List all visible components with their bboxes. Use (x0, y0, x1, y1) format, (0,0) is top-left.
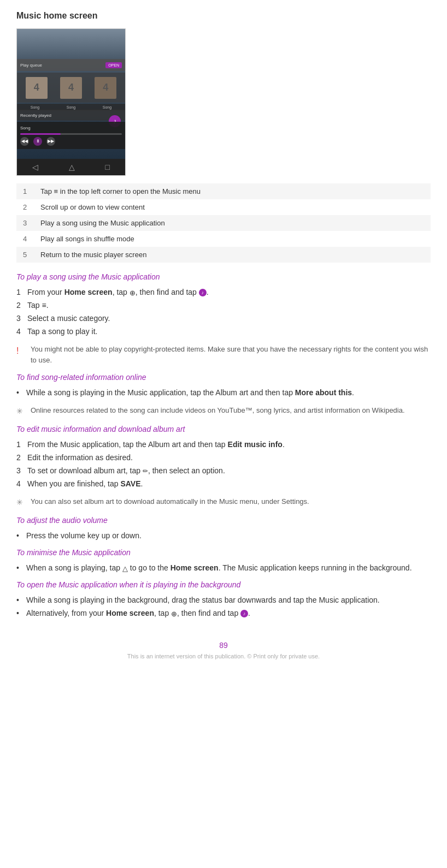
bullet-icon: • (16, 387, 26, 399)
step-text: From the Music application, tap the Albu… (27, 439, 285, 450)
step-text: Edit the information as desired. (27, 452, 133, 463)
note-box-find-info: ✳ Online resources related to the song c… (16, 405, 431, 417)
step-number: 2 (16, 452, 27, 463)
table-cell-text: Play a song using the Music application (34, 215, 431, 231)
step-text: From your Home screen, tap ⊕, then find … (27, 287, 209, 298)
open-button: OPEN (105, 62, 122, 68)
list-item: • While a song is playing in the Music a… (16, 387, 431, 399)
list-item: 4 When you are finished, tap SAVE. (16, 478, 431, 490)
bullet-text: While a song is playing in the Music app… (26, 387, 354, 399)
step-number: 3 (16, 313, 27, 324)
step-number: 3 (16, 465, 27, 477)
step-number: 4 (16, 326, 27, 337)
song-thumb-1: 4 (26, 77, 48, 99)
step-number: 4 (16, 478, 27, 490)
warning-icon: ! (16, 344, 26, 358)
minimise-bullets: • When a song is playing, tap △ to go to… (16, 562, 431, 574)
section-heading-find-info: To find song-related information online (16, 373, 431, 382)
table-row: 1 Tap ≡ in the top left corner to open t… (16, 183, 431, 199)
nav-bar: ◁ △ □ (17, 159, 125, 175)
page-footer: 89 This is an internet version of this p… (16, 641, 431, 659)
step-text: Select a music category. (27, 313, 110, 324)
note-text: Online resources related to the song can… (31, 405, 405, 416)
bullet-text: Press the volume key up or down. (26, 530, 142, 542)
warning-text: You might not be able to play copyright-… (31, 344, 431, 365)
page-number: 89 (16, 641, 431, 650)
section-heading-edit-music: To edit music information and download a… (16, 425, 431, 433)
table-cell-text: Tap ≡ in the top left corner to open the… (34, 183, 431, 199)
bullet-icon: • (16, 608, 26, 619)
table-row: 2 Scroll up or down to view content (16, 199, 431, 215)
table-row: 4 Play all songs in shuffle mode (16, 231, 431, 247)
table-cell-text: Return to the music player screen (34, 247, 431, 263)
step-text: To set or download album art, tap ✏, the… (27, 465, 225, 477)
bullet-text: While a song is playing in the backgroun… (26, 594, 380, 606)
section-heading-open-background: To open the Music application when it is… (16, 580, 431, 589)
table-cell-num: 3 (16, 215, 34, 231)
list-item: 2 Edit the information as desired. (16, 452, 431, 463)
list-item: 2 Tap ≡. (16, 300, 431, 311)
bullet-text: Alternatively, from your Home screen, ta… (26, 608, 250, 619)
note-box-edit-music: ✳ You can also set album art to download… (16, 496, 431, 508)
table-row: 5 Return to the music player screen (16, 247, 431, 263)
songs-row: 4 4 4 (17, 73, 125, 103)
open-background-bullets: • While a song is playing in the backgro… (16, 594, 431, 619)
list-item: 3 To set or download album art, tap ✏, t… (16, 465, 431, 477)
play-queue-bar: Play queue OPEN (17, 59, 125, 71)
step-text: When you are finished, tap SAVE. (27, 478, 143, 490)
warning-box: ! You might not be able to play copyrigh… (16, 344, 431, 365)
list-item: 4 Tap a song to play it. (16, 326, 431, 337)
bullet-text: When a song is playing, tap △ to go to t… (26, 562, 412, 574)
play-song-steps: 1 From your Home screen, tap ⊕, then fin… (16, 287, 431, 337)
bullet-icon: • (16, 594, 26, 606)
page-title: Music home screen (16, 11, 431, 21)
section-heading-minimise: To minimise the Music application (16, 548, 431, 557)
list-item: 1 From your Home screen, tap ⊕, then fin… (16, 287, 431, 298)
section-heading-adjust-volume: To adjust the audio volume (16, 516, 431, 525)
list-item: • Alternatively, from your Home screen, … (16, 608, 431, 619)
list-item: 1 From the Music application, tap the Al… (16, 439, 431, 450)
song-thumb-2: 4 (60, 77, 82, 99)
step-number: 2 (16, 300, 27, 311)
step-text: Tap a song to play it. (27, 326, 97, 337)
screenshot-image: Play queue OPEN 4 4 4 Song Song Song Rec… (16, 28, 126, 176)
adjust-volume-bullets: • Press the volume key up or down. (16, 530, 431, 542)
table-cell-text: Play all songs in shuffle mode (34, 231, 431, 247)
list-item: • Press the volume key up or down. (16, 530, 431, 542)
footer-text: This is an internet version of this publ… (16, 653, 431, 659)
find-info-bullets: • While a song is playing in the Music a… (16, 387, 431, 399)
note-icon: ✳ (16, 497, 26, 508)
info-table: 1 Tap ≡ in the top left corner to open t… (16, 183, 431, 263)
step-text: Tap ≡. (27, 300, 49, 311)
table-cell-text: Scroll up or down to view content (34, 199, 431, 215)
list-item: • When a song is playing, tap △ to go to… (16, 562, 431, 574)
list-item: 3 Select a music category. (16, 313, 431, 324)
list-item: • While a song is playing in the backgro… (16, 594, 431, 606)
edit-music-steps: 1 From the Music application, tap the Al… (16, 439, 431, 490)
note-icon: ✳ (16, 406, 26, 417)
song-thumb-3: 4 (95, 77, 116, 99)
bullet-icon: • (16, 530, 26, 542)
step-number: 1 (16, 439, 27, 450)
table-cell-num: 4 (16, 231, 34, 247)
step-number: 1 (16, 287, 27, 298)
table-cell-num: 1 (16, 183, 34, 199)
player-bar: Song ◀◀ ⏸ ▶▶ (17, 122, 125, 149)
bullet-icon: • (16, 562, 26, 574)
note-text: You can also set album art to download a… (31, 496, 309, 507)
table-cell-num: 5 (16, 247, 34, 263)
table-row: 3 Play a song using the Music applicatio… (16, 215, 431, 231)
table-cell-num: 2 (16, 199, 34, 215)
section-heading-play-song: To play a song using the Music applicati… (16, 272, 431, 281)
